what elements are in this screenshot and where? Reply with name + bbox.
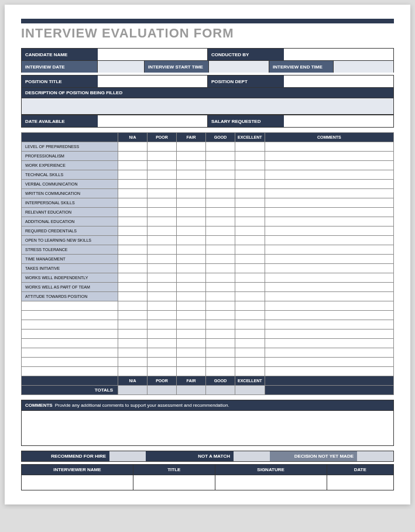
field-date-available[interactable]	[98, 115, 207, 127]
rating-cell[interactable]	[235, 217, 265, 226]
rating-cell[interactable]	[206, 208, 235, 217]
rating-cell[interactable]	[206, 236, 235, 245]
row-comment-cell[interactable]	[265, 208, 393, 217]
rating-cell[interactable]	[148, 217, 177, 226]
rating-cell[interactable]	[118, 301, 148, 311]
rating-cell[interactable]	[206, 339, 235, 348]
field-signature[interactable]	[215, 475, 327, 490]
rating-cell[interactable]	[206, 189, 235, 198]
rating-cell[interactable]	[148, 198, 177, 208]
field-interview-date[interactable]	[98, 61, 144, 73]
rating-cell[interactable]	[206, 180, 235, 189]
field-undecided[interactable]	[357, 451, 393, 461]
rating-cell[interactable]	[118, 161, 148, 170]
row-comment-cell[interactable]	[265, 273, 393, 283]
rating-cell[interactable]	[235, 320, 265, 330]
rating-cell[interactable]	[118, 208, 148, 217]
field-interviewer-name[interactable]	[22, 475, 133, 490]
rating-cell[interactable]	[148, 311, 177, 320]
rating-cell[interactable]	[206, 301, 235, 311]
rating-cell[interactable]	[235, 245, 265, 255]
rating-cell[interactable]	[118, 358, 148, 367]
rating-cell[interactable]	[148, 180, 177, 189]
rating-cell[interactable]	[206, 198, 235, 208]
rating-cell[interactable]	[177, 208, 206, 217]
rating-cell[interactable]	[177, 236, 206, 245]
rating-cell[interactable]	[235, 170, 265, 180]
rating-cell[interactable]	[206, 226, 235, 236]
rating-cell[interactable]	[118, 348, 148, 358]
rating-cell[interactable]	[177, 161, 206, 170]
rating-cell[interactable]	[118, 226, 148, 236]
rating-cell[interactable]	[177, 283, 206, 292]
rating-cell[interactable]	[177, 301, 206, 311]
row-comment-cell[interactable]	[265, 320, 393, 330]
rating-cell[interactable]	[148, 283, 177, 292]
rating-cell[interactable]	[235, 330, 265, 339]
rating-cell[interactable]	[177, 367, 206, 376]
rating-cell[interactable]	[206, 348, 235, 358]
row-comment-cell[interactable]	[265, 152, 393, 161]
rating-cell[interactable]	[235, 226, 265, 236]
rating-cell[interactable]	[177, 311, 206, 320]
rating-cell[interactable]	[177, 142, 206, 152]
rating-cell[interactable]	[148, 292, 177, 301]
rating-cell[interactable]	[177, 358, 206, 367]
row-comment-cell[interactable]	[265, 367, 393, 376]
rating-cell[interactable]	[118, 236, 148, 245]
rating-cell[interactable]	[235, 283, 265, 292]
rating-cell[interactable]	[148, 320, 177, 330]
rating-cell[interactable]	[206, 358, 235, 367]
rating-cell[interactable]	[206, 367, 235, 376]
rating-cell[interactable]	[118, 217, 148, 226]
rating-cell[interactable]	[118, 245, 148, 255]
rating-cell[interactable]	[206, 264, 235, 273]
rating-cell[interactable]	[206, 152, 235, 161]
rating-cell[interactable]	[148, 255, 177, 264]
field-interviewer-title[interactable]	[133, 475, 215, 490]
rating-cell[interactable]	[206, 292, 235, 301]
rating-cell[interactable]	[118, 292, 148, 301]
rating-cell[interactable]	[206, 161, 235, 170]
total-excellent[interactable]	[235, 386, 265, 395]
row-comment-cell[interactable]	[265, 170, 393, 180]
rating-cell[interactable]	[177, 292, 206, 301]
row-comment-cell[interactable]	[265, 245, 393, 255]
rating-cell[interactable]	[177, 170, 206, 180]
row-comment-cell[interactable]	[265, 339, 393, 348]
rating-cell[interactable]	[235, 358, 265, 367]
total-fair[interactable]	[177, 386, 206, 395]
rating-cell[interactable]	[118, 255, 148, 264]
field-position-title[interactable]	[98, 75, 207, 87]
row-comment-cell[interactable]	[265, 301, 393, 311]
row-comment-cell[interactable]	[265, 311, 393, 320]
row-comment-cell[interactable]	[265, 180, 393, 189]
rating-cell[interactable]	[177, 320, 206, 330]
field-recommend-hire[interactable]	[109, 451, 146, 461]
row-comment-cell[interactable]	[265, 226, 393, 236]
rating-cell[interactable]	[235, 348, 265, 358]
row-comment-cell[interactable]	[265, 142, 393, 152]
rating-cell[interactable]	[148, 348, 177, 358]
rating-cell[interactable]	[235, 142, 265, 152]
rating-cell[interactable]	[148, 161, 177, 170]
rating-cell[interactable]	[148, 208, 177, 217]
rating-cell[interactable]	[235, 311, 265, 320]
rating-cell[interactable]	[148, 339, 177, 348]
field-not-match[interactable]	[234, 451, 270, 461]
row-comment-cell[interactable]	[265, 255, 393, 264]
rating-cell[interactable]	[235, 189, 265, 198]
field-candidate-name[interactable]	[98, 49, 207, 60]
row-comment-cell[interactable]	[265, 161, 393, 170]
rating-cell[interactable]	[118, 189, 148, 198]
rating-cell[interactable]	[118, 367, 148, 376]
rating-cell[interactable]	[235, 367, 265, 376]
rating-cell[interactable]	[118, 198, 148, 208]
rating-cell[interactable]	[118, 142, 148, 152]
row-comment-cell[interactable]	[265, 283, 393, 292]
rating-cell[interactable]	[148, 330, 177, 339]
rating-cell[interactable]	[148, 264, 177, 273]
field-end-time[interactable]	[334, 61, 393, 73]
row-comment-cell[interactable]	[265, 330, 393, 339]
rating-cell[interactable]	[177, 217, 206, 226]
